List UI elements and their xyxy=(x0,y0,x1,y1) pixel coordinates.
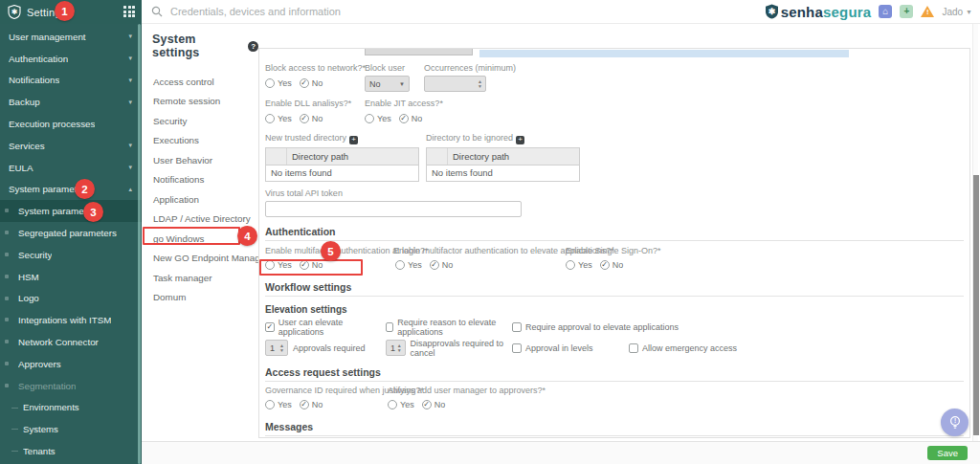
sidebar-item-tenants[interactable]: Tenants xyxy=(0,440,142,462)
apps-grid-icon[interactable] xyxy=(123,6,136,18)
help-tips-fab[interactable]: ! xyxy=(941,409,969,436)
sidebar-item-integrations-with-itsm[interactable]: Integrations with ITSM xyxy=(0,309,142,331)
sidebar-item-backup[interactable]: Backup▾ xyxy=(0,91,142,113)
approvals-required-stepper[interactable]: 1 ▲▼ xyxy=(265,340,288,356)
radio-no-checked[interactable]: ✓No xyxy=(300,114,323,123)
section-header: Messages xyxy=(265,421,964,436)
sidebar-item-authentication[interactable]: Authentication▾ xyxy=(0,48,142,70)
sidebar-item-system-parameters[interactable]: System parameters▴ xyxy=(0,179,142,201)
radio-yes[interactable]: Yes xyxy=(566,260,592,270)
radio-yes[interactable]: Yes xyxy=(265,400,292,409)
require-approval-checkbox[interactable]: Require approval to elevate applications xyxy=(512,322,679,332)
sidebar-scrollbar[interactable] xyxy=(138,24,141,464)
radio-yes[interactable]: Yes xyxy=(265,78,292,88)
sidebar-item-systems[interactable]: Systems xyxy=(0,418,142,440)
chevron-down-icon: ▾ xyxy=(128,77,132,84)
warning-icon[interactable] xyxy=(921,6,934,17)
emergency-access-checkbox[interactable]: Allow emergency access xyxy=(629,343,737,353)
field-label: New trusted directory+ xyxy=(265,133,419,144)
nav-item-label: Security xyxy=(153,116,187,126)
sidebar-item-label: Authentication xyxy=(9,54,68,64)
page-scrollbar xyxy=(972,24,978,441)
stepper-down-icon[interactable]: ▼ xyxy=(279,348,284,352)
settings-nav-access-control[interactable]: Access control xyxy=(142,72,258,92)
page-scrollbar-thumb[interactable] xyxy=(973,175,979,435)
radio-no-checked[interactable]: ✓No xyxy=(422,400,446,409)
settings-nav-ldap-active-directory[interactable]: LDAP / Active Directory xyxy=(142,210,258,230)
sidebar-item-approvers[interactable]: Approvers xyxy=(0,353,142,375)
sidebar-item-services[interactable]: Services▾ xyxy=(0,135,142,157)
save-button[interactable]: Save xyxy=(927,446,968,460)
sidebar-item-label: Services xyxy=(9,141,45,151)
bullet-icon xyxy=(5,297,9,300)
chevron-down-icon: ▾ xyxy=(128,142,132,149)
plus-icon[interactable]: + xyxy=(900,5,913,18)
disapprovals-stepper[interactable]: 1 ▲▼ xyxy=(386,340,406,356)
sidebar-item-segregated-parameters[interactable]: Segregated parameters xyxy=(0,222,142,244)
bullet-icon xyxy=(5,340,9,343)
sidebar-item-notifications[interactable]: Notifications▾ xyxy=(0,70,142,92)
stepper-down-icon[interactable]: ▼ xyxy=(397,348,402,352)
add-icon[interactable]: + xyxy=(516,136,524,144)
sidebar-item-label: Backup xyxy=(9,97,40,107)
radio-no-checked[interactable]: ✓No xyxy=(300,78,323,88)
sidebar-item-eula[interactable]: EULA▾ xyxy=(0,157,142,179)
annotation-badge-1: 1 xyxy=(55,1,75,21)
occurrences-stepper[interactable]: ▲▼ xyxy=(424,76,486,92)
radio-yes[interactable]: Yes xyxy=(365,114,391,123)
require-reason-checkbox[interactable]: Require reason to elevate applications xyxy=(386,318,512,337)
clipped-select[interactable] xyxy=(365,48,473,55)
sidebar-item-logo[interactable]: Logo xyxy=(0,288,142,310)
field-label: Enable multifactor authentication to ele… xyxy=(393,246,566,255)
sidebar-item-execution-processes[interactable]: Execution processes xyxy=(0,113,142,135)
page-title: System settings xyxy=(152,33,243,59)
settings-nav-executions[interactable]: Executions xyxy=(142,131,258,151)
settings-nav-task-manager[interactable]: Task manager xyxy=(142,268,258,288)
radio-yes[interactable]: Yes xyxy=(265,114,292,123)
chevron-down-icon: ▾ xyxy=(128,99,132,106)
settings-nav-application[interactable]: Application xyxy=(142,189,258,210)
global-search-bar: Credentials, devices and information ✱ s… xyxy=(142,0,980,24)
radio-no-checked[interactable]: ✓No xyxy=(430,260,454,270)
ignored-directory-table: Directory path No items found xyxy=(426,147,580,182)
virus-token-input[interactable] xyxy=(265,201,522,217)
mfa-elevate-radio-group: Yes ✓No xyxy=(393,258,566,273)
sidebar-item-user-management[interactable]: User management▾ xyxy=(0,26,142,48)
sidebar-item-system-parameters[interactable]: System parameters xyxy=(0,200,142,222)
radio-no-checked[interactable]: ✓No xyxy=(600,260,624,270)
radio-no-checked[interactable]: ✓No xyxy=(399,114,423,123)
sidebar-item-segmentation[interactable]: Segmentation xyxy=(0,375,142,397)
settings-nav-security[interactable]: Security xyxy=(142,111,258,131)
sidebar-item-label: Integrations with ITSM xyxy=(18,315,111,325)
settings-nav-domum[interactable]: Domum xyxy=(142,288,258,308)
field-label: Directory to be ignored+ xyxy=(426,133,580,144)
nav-item-label: Application xyxy=(153,194,199,205)
user-menu[interactable]: Jado ▼ xyxy=(942,7,972,17)
radio-yes[interactable]: Yes xyxy=(395,260,422,270)
stepper-down-icon[interactable]: ▼ xyxy=(478,84,482,88)
sidebar-item-security[interactable]: Security xyxy=(0,244,142,266)
sidebar-item-label: Environments xyxy=(23,402,79,412)
settings-nav-new-go-endpoint-manager[interactable]: New GO Endpoint Manager xyxy=(142,249,258,269)
add-icon[interactable]: + xyxy=(349,136,358,144)
block-user-select[interactable]: No▼ xyxy=(365,76,410,92)
sidebar-item-environments[interactable]: Environments xyxy=(0,397,142,419)
settings-nav-user-behavior[interactable]: User Behavior xyxy=(142,150,258,170)
sidebar-item-hsm[interactable]: HSM xyxy=(0,266,142,288)
select-arrow-icon: ▼ xyxy=(399,81,405,87)
field-label: Enable DLL analisys?* xyxy=(265,99,365,108)
radio-yes[interactable]: Yes xyxy=(388,400,414,409)
help-icon[interactable]: ? xyxy=(248,41,258,52)
field-label: Enable JIT access?* xyxy=(365,99,464,108)
radio-no-checked[interactable]: ✓No xyxy=(300,400,323,409)
sidebar-item-label: User management xyxy=(9,32,86,42)
home-icon[interactable]: ⌂ xyxy=(879,5,892,18)
search-input[interactable]: Credentials, devices and information xyxy=(170,6,341,17)
sidebar-item-network-connector[interactable]: Network Connector xyxy=(0,331,142,353)
user-can-elevate-checkbox[interactable]: ✓User can elevate applications xyxy=(265,318,386,337)
settings-nav-notifications[interactable]: Notifications xyxy=(142,170,258,190)
svg-text:!: ! xyxy=(953,417,955,424)
settings-nav-remote-session[interactable]: Remote session xyxy=(142,92,258,112)
approval-levels-checkbox[interactable]: Approval in levels xyxy=(512,343,593,353)
settings-shield-icon: ✱ xyxy=(8,5,21,19)
